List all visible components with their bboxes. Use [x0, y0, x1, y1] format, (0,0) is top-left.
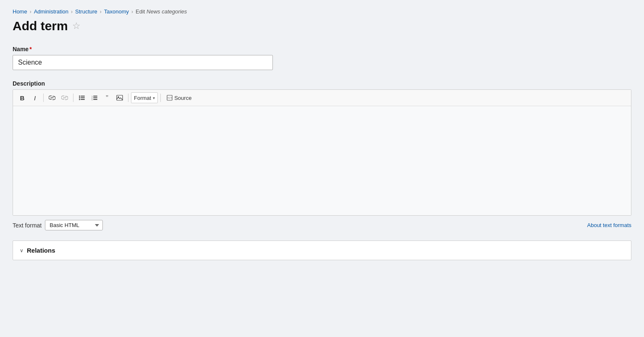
svg-text:</>: </> [168, 96, 172, 99]
relations-header[interactable]: ∨ Relations [13, 241, 631, 260]
bookmark-star-icon[interactable]: ☆ [72, 21, 81, 31]
svg-rect-1 [81, 96, 85, 97]
breadcrumb-home[interactable]: Home [13, 8, 27, 15]
svg-rect-7 [93, 96, 97, 97]
svg-rect-3 [81, 97, 85, 98]
format-arrow-icon: ▾ [153, 96, 155, 100]
ol-icon: 1. 2. 3. [92, 95, 97, 100]
toolbar-sep-3 [128, 94, 128, 102]
relations-section: ∨ Relations [13, 240, 631, 260]
text-format-select[interactable]: Basic HTML Full HTML Plain text Restrict… [45, 220, 103, 230]
svg-point-0 [79, 96, 80, 97]
name-input[interactable] [13, 55, 273, 70]
breadcrumb-sep-3: › [100, 9, 102, 15]
editor-content-area[interactable] [13, 106, 631, 215]
about-text-formats-link[interactable]: About text formats [587, 222, 632, 228]
toolbar-sep-2 [73, 94, 73, 102]
breadcrumb-edit: Edit News categories [136, 8, 187, 15]
breadcrumb-sep-2: › [71, 9, 73, 15]
breadcrumb: Home › Administration › Structure › Taxo… [13, 8, 631, 15]
breadcrumb-taxonomy[interactable]: Taxonomy [104, 8, 129, 15]
ul-icon [79, 95, 85, 100]
text-format-label: Text format [13, 222, 42, 229]
required-asterisk: * [29, 46, 31, 52]
image-icon [116, 95, 123, 101]
source-label: Source [174, 95, 191, 101]
breadcrumb-sep-4: › [131, 9, 133, 15]
relations-title: Relations [27, 247, 55, 254]
name-field-group: Name* [13, 46, 631, 70]
page-title-row: Add term ☆ [13, 19, 631, 33]
format-label: Format [134, 95, 151, 101]
svg-text:3.: 3. [92, 99, 93, 100]
name-label: Name* [13, 46, 631, 52]
image-button[interactable] [114, 92, 126, 103]
toolbar-sep-1 [43, 94, 44, 102]
relations-chevron-icon: ∨ [20, 248, 24, 253]
italic-button[interactable]: I [29, 92, 41, 103]
unlink-icon [61, 95, 68, 101]
blockquote-button[interactable]: " [101, 92, 113, 103]
svg-rect-12 [117, 95, 123, 100]
svg-point-4 [79, 99, 80, 100]
source-button[interactable]: </> Source [163, 92, 195, 103]
text-format-left: Text format Basic HTML Full HTML Plain t… [13, 220, 103, 230]
svg-rect-9 [93, 97, 97, 98]
toolbar-sep-4 [160, 94, 161, 102]
editor-toolbar: B I [13, 90, 631, 106]
link-icon [49, 95, 55, 101]
svg-point-2 [79, 97, 80, 99]
svg-rect-11 [93, 99, 97, 100]
page-title: Add term [13, 19, 68, 33]
svg-rect-5 [81, 99, 85, 100]
description-field-group: Description B I [13, 80, 631, 230]
bold-button[interactable]: B [16, 92, 28, 103]
text-format-row: Text format Basic HTML Full HTML Plain t… [13, 220, 631, 230]
ordered-list-button[interactable]: 1. 2. 3. [89, 92, 100, 103]
breadcrumb-administration[interactable]: Administration [34, 8, 68, 15]
breadcrumb-structure[interactable]: Structure [75, 8, 97, 15]
source-icon: </> [167, 95, 173, 101]
unlink-button[interactable] [59, 92, 71, 103]
link-button[interactable] [46, 92, 58, 103]
breadcrumb-news-categories: News categories [147, 8, 187, 15]
description-label: Description [13, 80, 631, 87]
unordered-list-button[interactable] [76, 92, 88, 103]
description-editor: B I [13, 89, 631, 216]
breadcrumb-sep-1: › [30, 9, 31, 15]
format-dropdown[interactable]: Format ▾ [131, 92, 158, 103]
